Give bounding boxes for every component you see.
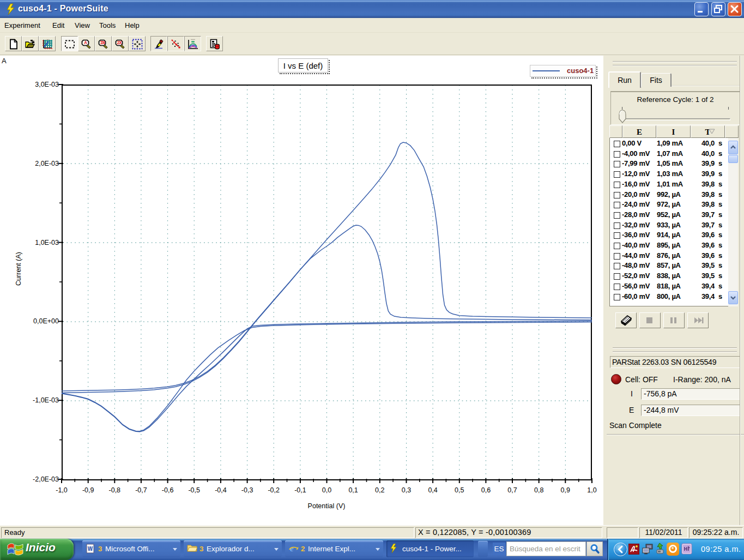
svg-text:Current (A): Current (A)	[15, 252, 22, 286]
svg-text:0,0: 0,0	[322, 486, 331, 494]
svg-text:3,0E-03: 3,0E-03	[35, 81, 59, 88]
svg-text:-0,7: -0,7	[135, 486, 147, 494]
svg-text:0,5: 0,5	[455, 486, 464, 494]
svg-text:2,0E-03: 2,0E-03	[35, 160, 59, 167]
svg-text:0,7: 0,7	[507, 486, 517, 494]
svg-text:0,8: 0,8	[534, 486, 543, 494]
svg-text:-0,5: -0,5	[188, 486, 200, 494]
svg-text:0,2: 0,2	[375, 486, 384, 494]
svg-text:-0,3: -0,3	[241, 486, 253, 494]
svg-text:-0,1: -0,1	[294, 486, 306, 494]
svg-text:-0,6: -0,6	[162, 486, 174, 494]
svg-text:0,4: 0,4	[428, 486, 437, 494]
svg-text:0,1: 0,1	[348, 486, 358, 494]
svg-text:0,9: 0,9	[561, 486, 570, 494]
svg-text:-0,2: -0,2	[268, 486, 280, 494]
svg-text:0,6: 0,6	[481, 486, 491, 494]
svg-text:IN: IN	[100, 40, 105, 46]
svg-text:-2,0E-03: -2,0E-03	[33, 475, 59, 483]
svg-text:Potential (V): Potential (V)	[308, 502, 346, 510]
svg-text:-0,9: -0,9	[82, 486, 94, 494]
svg-text:1,0E-03: 1,0E-03	[35, 239, 59, 246]
svg-text:-1,0E-03: -1,0E-03	[33, 396, 59, 404]
svg-text:1,0: 1,0	[587, 486, 596, 494]
svg-text:-0,8: -0,8	[109, 486, 121, 494]
svg-text:-0,4: -0,4	[215, 486, 227, 494]
svg-text:0,3: 0,3	[402, 486, 411, 494]
svg-text:-1,0: -1,0	[56, 486, 68, 494]
svg-text:W: W	[88, 546, 93, 552]
svg-text:0,0E+00: 0,0E+00	[33, 317, 59, 325]
